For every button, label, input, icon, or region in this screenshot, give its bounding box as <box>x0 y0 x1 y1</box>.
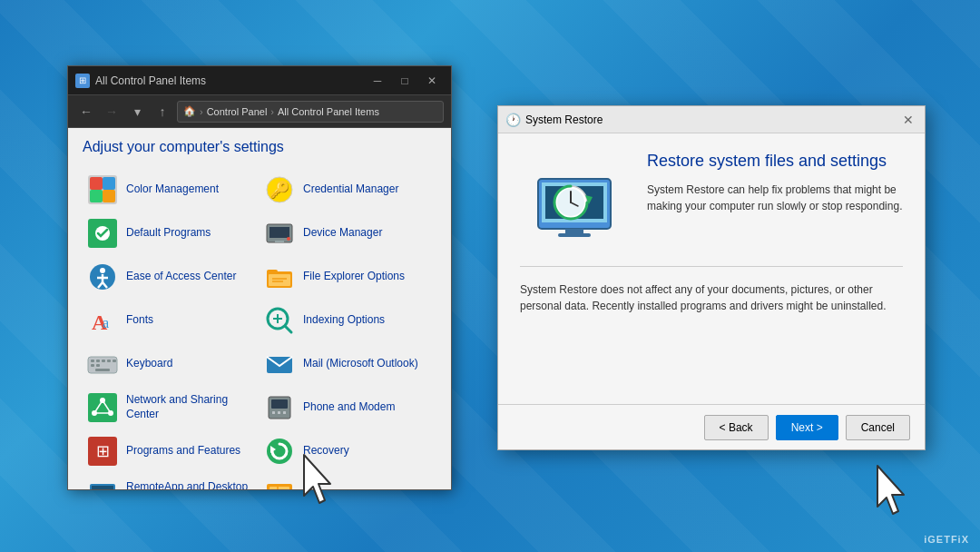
list-item[interactable]: ⊞ Programs and Features <box>83 429 260 473</box>
minimize-button[interactable]: ─ <box>366 72 389 90</box>
up-button[interactable]: ↑ <box>152 101 173 123</box>
network-icon <box>86 391 119 424</box>
dialog-header-row: Restore system files and settings System… <box>520 152 903 251</box>
restore-title-icon: 🕐 <box>505 113 520 127</box>
svg-rect-1 <box>90 177 103 190</box>
control-panel-grid: Color Management 🔑 Credential Manager <box>83 168 436 489</box>
device-manager-label: Device Manager <box>303 226 382 241</box>
default-programs-label: Default Programs <box>126 226 211 241</box>
list-item[interactable]: Device Manager <box>260 212 436 255</box>
indexing-icon <box>263 304 296 337</box>
security-label: Security and Maintenance <box>303 488 429 489</box>
svg-rect-20 <box>267 270 278 274</box>
dialog-divider <box>520 266 903 267</box>
list-item[interactable]: Color Management <box>83 168 260 212</box>
dialog-note: System Restore does not affect any of yo… <box>520 281 903 314</box>
list-item[interactable]: File Explorer Options <box>260 255 436 299</box>
programs-icon: ⊞ <box>86 435 119 468</box>
svg-rect-11 <box>275 241 284 242</box>
cancel-button[interactable]: Cancel <box>846 415 910 440</box>
keyboard-label: Keyboard <box>126 357 172 371</box>
control-panel-window: ⊞ All Control Panel Items ─ □ ✕ ← → ▾ ↑ … <box>67 65 452 490</box>
device-manager-icon <box>263 217 296 250</box>
forward-button[interactable]: → <box>101 101 122 123</box>
dialog-footer: < Back Next > Cancel <box>498 404 925 449</box>
dialog-body: Restore system files and settings System… <box>498 133 925 404</box>
mail-icon <box>263 348 296 380</box>
list-item[interactable]: 🔑 Credential Manager <box>260 168 436 212</box>
list-item[interactable]: A a Fonts <box>83 299 260 342</box>
restore-illustration <box>520 152 629 251</box>
svg-rect-2 <box>103 177 115 190</box>
svg-rect-10 <box>270 227 289 238</box>
maximize-button[interactable]: □ <box>393 72 416 90</box>
mail-label: Mail (Microsoft Outlook) <box>303 357 418 371</box>
svg-rect-63 <box>270 487 289 489</box>
recent-button[interactable]: ▾ <box>126 101 148 123</box>
back-button[interactable]: ← <box>75 101 97 123</box>
list-item[interactable]: Mail (Microsoft Outlook) <box>260 342 436 386</box>
file-explorer-icon <box>263 261 296 293</box>
phone-label: Phone and Modem <box>303 400 395 415</box>
svg-text:🔑: 🔑 <box>270 180 290 200</box>
list-item[interactable]: Network and Sharing Center <box>83 386 260 429</box>
titlebar-controls: ─ □ ✕ <box>366 72 444 90</box>
default-programs-icon <box>86 217 119 250</box>
remoteapp-icon <box>86 478 119 489</box>
indexing-label: Indexing Options <box>303 313 385 328</box>
list-item[interactable]: Recovery <box>260 429 436 473</box>
svg-rect-21 <box>269 274 290 286</box>
list-item[interactable]: Indexing Options <box>260 299 436 342</box>
svg-rect-39 <box>95 369 110 371</box>
list-item[interactable]: Ease of Access Center <box>83 255 260 299</box>
next-button[interactable]: Next > <box>776 415 838 440</box>
window-title: All Control Panel Items <box>95 74 366 87</box>
svg-rect-32 <box>91 360 94 362</box>
recovery-icon <box>263 435 296 468</box>
dialog-title: System Restore <box>525 113 899 126</box>
address-control-panel[interactable]: Control Panel <box>207 106 268 117</box>
svg-rect-50 <box>272 411 275 414</box>
network-label: Network and Sharing Center <box>126 393 256 421</box>
credential-manager-icon: 🔑 <box>263 173 296 206</box>
svg-rect-34 <box>102 360 105 362</box>
svg-text:a: a <box>103 315 109 330</box>
back-button[interactable]: < Back <box>704 415 769 440</box>
svg-rect-37 <box>91 364 94 367</box>
list-item[interactable]: Default Programs <box>83 212 260 255</box>
watermark: iGETFiX <box>924 534 969 545</box>
list-item[interactable]: RemoteApp and Desktop Connections <box>83 473 260 489</box>
dialog-close-button[interactable]: ✕ <box>899 111 917 129</box>
window-icon: ⊞ <box>75 74 90 88</box>
svg-text:⊞: ⊞ <box>96 442 110 460</box>
svg-line-28 <box>285 326 291 332</box>
svg-rect-49 <box>271 399 288 409</box>
remoteapp-label: RemoteApp and Desktop Connections <box>126 480 256 489</box>
list-item[interactable]: Phone and Modem <box>260 386 436 429</box>
svg-rect-51 <box>278 411 280 414</box>
svg-rect-58 <box>92 486 113 489</box>
ease-of-access-label: Ease of Access Center <box>126 270 236 284</box>
svg-rect-35 <box>107 360 111 362</box>
svg-rect-36 <box>113 360 116 362</box>
svg-rect-52 <box>283 411 286 414</box>
fonts-icon: A a <box>86 304 119 337</box>
list-item[interactable]: Keyboard <box>83 342 260 386</box>
svg-rect-4 <box>103 190 115 202</box>
svg-rect-41 <box>88 393 117 422</box>
navigation-bar: ← → ▾ ↑ 🏠 › Control Panel › All Control … <box>68 95 451 128</box>
dialog-main-title: Restore system files and settings <box>647 152 903 171</box>
address-home-icon: 🏠 <box>183 105 196 117</box>
dialog-title-section: Restore system files and settings System… <box>647 152 903 214</box>
security-icon <box>263 478 296 489</box>
close-button[interactable]: ✕ <box>420 72 444 90</box>
programs-label: Programs and Features <box>126 444 240 458</box>
color-management-label: Color Management <box>126 182 219 197</box>
address-all-items[interactable]: All Control Panel Items <box>278 106 379 117</box>
list-item[interactable]: Security and Maintenance <box>260 473 436 489</box>
svg-rect-38 <box>96 364 100 367</box>
fonts-label: Fonts <box>126 313 153 328</box>
dialog-titlebar: 🕐 System Restore ✕ <box>498 106 925 133</box>
keyboard-icon <box>86 348 119 380</box>
phone-icon <box>263 391 296 424</box>
